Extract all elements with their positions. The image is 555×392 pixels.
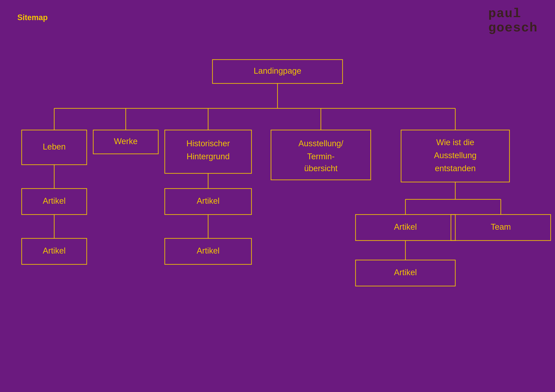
node-wie-artikel1: Artikel xyxy=(394,222,417,232)
sitemap-heading: Sitemap xyxy=(17,13,48,22)
node-wie-line3: entstanden xyxy=(435,164,476,173)
node-ausstellung-line2: Termin- xyxy=(307,152,335,161)
node-wie-line2: Ausstellung xyxy=(434,151,476,160)
node-wie-artikel2: Artikel xyxy=(394,268,417,277)
node-hist-artikel2: Artikel xyxy=(197,246,220,255)
node-ausstellung-line1: Ausstellung/ xyxy=(298,139,343,148)
node-hist-artikel1: Artikel xyxy=(197,196,220,205)
node-landingpage: Landingpage xyxy=(254,66,301,75)
node-ausstellung-line3: übersicht xyxy=(304,164,338,173)
svg-rect-19 xyxy=(165,130,251,173)
node-leben-artikel1: Artikel xyxy=(43,196,66,205)
node-team: Team xyxy=(491,222,511,232)
node-historischer: Historischer xyxy=(186,139,230,148)
node-hintergrund: Hintergrund xyxy=(187,152,230,161)
node-leben: Leben xyxy=(43,142,66,151)
node-leben-artikel2: Artikel xyxy=(43,246,66,255)
node-werke: Werke xyxy=(114,137,138,146)
node-wie-line1: Wie ist die xyxy=(436,138,474,147)
